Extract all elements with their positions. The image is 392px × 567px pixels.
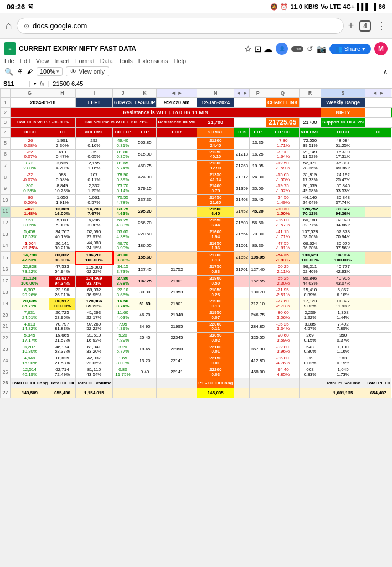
menu-icon[interactable]: ⋮: [376, 20, 386, 32]
cloud-icon[interactable]: ☁: [264, 44, 272, 54]
table-row: 1 2024-01-18 LEFT 6 DAYS LAST.UP 9:26:20…: [1, 98, 393, 108]
table-row: 25 12,51440.19% 62,71472.49% 81,11543.54…: [1, 367, 393, 378]
cell-res-vol-label[interactable]: Resistance => Vol: [157, 118, 197, 128]
menu-data[interactable]: Data: [100, 58, 113, 64]
eye-icon: 👁: [70, 68, 76, 75]
cell-blank-r3: [234, 118, 266, 128]
col-header-n[interactable]: N: [197, 89, 234, 98]
strike-21700[interactable]: 217001.13: [197, 252, 234, 264]
col-header-t[interactable]: ◄ ►: [365, 89, 391, 98]
col-oich: OI CH: [11, 128, 49, 138]
add-tab-icon[interactable]: +: [348, 20, 354, 32]
col-eor: EOR: [157, 128, 197, 138]
col-vol2: VOLUME: [299, 128, 321, 138]
cell-calloi-label[interactable]: Call OI is WTB ↑ -96.90%: [11, 118, 76, 128]
col-header-r[interactable]: R: [299, 89, 321, 98]
cell-date[interactable]: 2024-01-18: [11, 98, 76, 108]
user-avatar[interactable]: M: [374, 42, 388, 55]
cell-resistance[interactable]: Resistance is WTT ↓ To 0 HR 11 MIN: [11, 108, 321, 118]
status-bar: 09:26 ध 🔕 ⏰ 11.0 KB/S Vo LTE 4G+ ▌▌▌ ▐ 8…: [0, 0, 392, 13]
menu-insert[interactable]: Insert: [54, 58, 70, 64]
cell-support-oivol[interactable]: Support >> OI & Vol: [321, 118, 365, 128]
table-row: 18 6,30720.26% 23,19626.81% 68,83236.95%…: [1, 287, 393, 298]
expand-icon[interactable]: ∧: [383, 68, 388, 75]
totals-values-row: 27 143,509 655,438 1,154,015 145,035 1,0…: [1, 388, 393, 398]
history-icon[interactable]: ↺: [307, 44, 313, 53]
cell-chartlink[interactable]: [234, 98, 266, 108]
table-row: 12 9513.05% 5,1085.90% 6,2963.38% 59.254…: [1, 218, 393, 229]
menu-file[interactable]: File: [4, 58, 14, 64]
table-row-selected: 11 -461-1.48% 13,88916.05% 14,2837.67% 6…: [1, 206, 393, 218]
cell-res-val[interactable]: 21,700: [197, 118, 234, 128]
url-text: docs.google.com: [33, 22, 87, 30]
table-row: 10 -80-0.26% 1,6561.91% 1,0610.57% 70.55…: [1, 194, 393, 206]
formula-down-icon[interactable]: ▾: [34, 81, 37, 86]
total-ce-vol-val: 1,154,015: [75, 388, 112, 398]
home-icon[interactable]: ⌂: [6, 19, 12, 32]
print-icon[interactable]: 🖨: [17, 68, 23, 75]
col-header-h[interactable]: H: [49, 89, 76, 98]
cell-nifty-header[interactable]: NIFTY: [321, 108, 365, 118]
table-row-red: 17 31,134100.00% 81,61794.34% 174,56993.…: [1, 276, 393, 287]
table-row: 14 -3,504-11.25% 26,14130.21% 44,98824.1…: [1, 240, 393, 252]
selected-strike[interactable]: 215006.45: [197, 206, 234, 218]
cell-callvol-label[interactable]: Call Volume is WTT ↓ +93.71%: [75, 118, 157, 128]
cell-6days[interactable]: 6 DAYS: [113, 98, 133, 108]
cell-chartdate[interactable]: 12-Jan-2024: [197, 98, 234, 108]
view-only-button[interactable]: 👁 View only: [66, 66, 109, 76]
total-pe-vol-label: Total PE Volume: [321, 378, 365, 388]
col-header-i[interactable]: I: [75, 89, 112, 98]
table-row: 5 -26-0.08% 1,9912.30% 2920.16% 49.406.3…: [1, 138, 393, 150]
col-header-j[interactable]: J: [113, 89, 133, 98]
alarm-icon: ⏰: [280, 3, 288, 11]
cell-left[interactable]: LEFT: [75, 98, 112, 108]
col-headers-row: 4 OI CH OI VOLUME CH LTP LTP EOR STRIKE …: [1, 128, 393, 138]
menu-edit[interactable]: Edit: [20, 58, 30, 64]
col-volume: VOLUME: [75, 128, 112, 138]
url-bar[interactable]: ⊙ docs.google.com: [17, 18, 344, 34]
star-icon[interactable]: ☆: [244, 44, 252, 54]
col-header-k[interactable]: K: [133, 89, 157, 98]
col-header-o[interactable]: ◄ ►: [234, 89, 250, 98]
camera-icon[interactable]: 📷: [317, 44, 326, 53]
cell-chartlink-label[interactable]: CHART LINK: [266, 98, 299, 108]
tab-count[interactable]: 4: [359, 20, 371, 32]
search-icon[interactable]: 🔍: [4, 68, 13, 76]
totals-row: 26 Total CE OI Chng Total CE OI Total CE…: [1, 378, 393, 388]
cell-blank-r1: [299, 98, 321, 108]
menu-format[interactable]: Format: [75, 58, 95, 64]
table-row: 16 22,82873.22% 47,53354.94% 115,90362.2…: [1, 264, 393, 276]
row-num-2: 2: [1, 108, 11, 118]
table-row-highlighted: 15 14,79847.53% 83,83296.90% 186,281100.…: [1, 252, 393, 264]
table-row: 21 4,61314.82% 70,79781.83% 97,26952.22%…: [1, 321, 393, 333]
cell-weekly-range[interactable]: Weekly Range: [321, 98, 365, 108]
col-header-q[interactable]: Q: [266, 89, 299, 98]
battery-indicator: ▐: [372, 3, 376, 10]
total-pe-oi-val: 654,487: [365, 388, 391, 398]
folder-icon[interactable]: ⊡: [254, 44, 261, 54]
signal-bars: ▌▌▌: [357, 3, 370, 10]
data-table: G H I J K ◄ ► N ◄ ► P Q R S ◄ ► U V W ◄ …: [0, 89, 392, 398]
table-row: 6 -22-0.07% 4100.47% 850.05% 81.806.30% …: [1, 149, 393, 161]
col-header-p[interactable]: P: [250, 89, 266, 98]
cell-lastup[interactable]: LAST.UP: [133, 98, 157, 108]
col-header-g[interactable]: G: [11, 89, 49, 98]
menu-extensions[interactable]: Extensions: [138, 58, 168, 64]
zoom-button[interactable]: 100% ▾: [37, 67, 63, 76]
cell-nifty-val[interactable]: 21725.05: [266, 118, 299, 128]
network-icon: 🔕: [270, 3, 278, 11]
menu-tools[interactable]: Tools: [118, 58, 133, 64]
signal-type: 4G+: [343, 3, 354, 10]
table-row: 13 5,45817.53% 34,76740.19% 52,09527.97%…: [1, 229, 393, 240]
col-ltp: LTP: [133, 128, 157, 138]
cell-nifty-ref[interactable]: 21700: [299, 118, 321, 128]
paint-icon[interactable]: 🖌: [27, 68, 33, 75]
zoom-label: 100%: [40, 68, 55, 75]
menu-view[interactable]: View: [36, 58, 49, 64]
menu-help[interactable]: Help: [173, 58, 186, 64]
col-header-l[interactable]: ◄ ►: [157, 89, 197, 98]
share-button[interactable]: 👥 Share ▾: [329, 44, 371, 54]
cell-reference[interactable]: S11: [3, 80, 25, 87]
col-header-s[interactable]: S: [321, 89, 365, 98]
cell-time[interactable]: 9:26:20 am: [157, 98, 197, 108]
